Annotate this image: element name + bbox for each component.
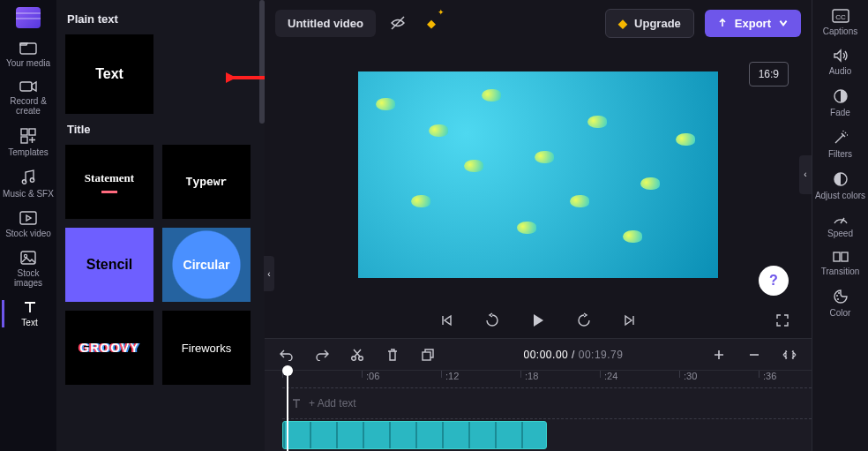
color-icon [833, 289, 849, 304]
svg-rect-20 [842, 252, 848, 261]
svg-point-6 [30, 178, 34, 182]
ruler-tick: :18 [520, 371, 538, 378]
right-audio[interactable]: Audio [815, 49, 866, 76]
video-track [282, 419, 812, 451]
delete-button[interactable] [381, 343, 404, 366]
upgrade-button[interactable]: ◆Upgrade [605, 9, 694, 38]
nav-stock-images[interactable]: Stock images [2, 251, 55, 288]
timeline-tracks[interactable]: + Add text [265, 387, 812, 451]
nav-music-sfx[interactable]: Music & SFX [2, 169, 55, 199]
nav-label: Templates [8, 147, 49, 157]
upgrade-label: Upgrade [634, 17, 681, 30]
ruler-tick: :12 [441, 371, 459, 378]
add-text-label: + Add text [309, 397, 356, 410]
timeline-toolbar: 00:00.00 / 00:19.79 [265, 338, 812, 370]
chevron-down-icon [778, 18, 789, 28]
aspect-ratio-badge[interactable]: 16:9 [749, 62, 789, 86]
section-plain-text: Plain text [67, 12, 256, 26]
right-color[interactable]: Color [815, 289, 866, 318]
thumb-fireworks[interactable]: Fireworks [162, 311, 251, 385]
right-transition[interactable]: Transition [815, 251, 866, 276]
preview-canvas[interactable] [358, 71, 718, 278]
audio-icon [833, 49, 849, 63]
diamond-icon: ◆ [427, 17, 436, 30]
skip-end-button[interactable] [618, 309, 641, 332]
stock-video-icon [19, 211, 37, 225]
fullscreen-button[interactable] [771, 309, 794, 332]
thumb-plain-text[interactable]: Text [65, 34, 153, 114]
premium-icon[interactable]: ◆✦ [420, 11, 443, 34]
rewind-button[interactable] [481, 309, 504, 332]
ruler-tick: :06 [362, 371, 379, 378]
music-icon [21, 169, 35, 185]
nav-your-media[interactable]: Your media [2, 41, 55, 68]
right-adjust-colors[interactable]: Adjust colors [815, 171, 866, 200]
nav-label: Your media [6, 58, 50, 68]
project-title[interactable]: Untitled video [275, 10, 376, 37]
app-logo [16, 7, 41, 28]
svg-line-11 [392, 17, 404, 29]
nav-templates[interactable]: Templates [2, 128, 55, 157]
transport-bar [265, 303, 812, 338]
time-current: 00:00.00 [524, 349, 569, 361]
undo-button[interactable] [275, 343, 298, 366]
svg-rect-14 [423, 352, 430, 360]
transition-icon [833, 251, 849, 263]
svg-rect-1 [20, 82, 32, 91]
text-track-placeholder[interactable]: + Add text [282, 387, 812, 419]
accessibility-icon[interactable] [386, 11, 409, 34]
svg-text:CC: CC [835, 13, 846, 21]
zoom-in-button[interactable] [707, 343, 730, 366]
nav-text[interactable]: Text [2, 300, 55, 327]
nav-label: Record & create [2, 96, 55, 116]
zoom-out-button[interactable] [743, 343, 766, 366]
svg-point-22 [838, 292, 840, 294]
svg-point-5 [22, 180, 26, 184]
svg-rect-8 [21, 252, 35, 264]
right-captions[interactable]: CCCaptions [815, 9, 866, 36]
forward-button[interactable] [572, 309, 595, 332]
thumb-stencil[interactable]: Stencil [65, 228, 153, 302]
thumb-typewriter[interactable]: Typewr [162, 145, 251, 219]
right-nav: CCCaptions Audio Fade Filters Adjust col… [812, 0, 868, 451]
right-panel-toggle[interactable]: ‹ [799, 155, 812, 194]
export-button[interactable]: Export [705, 10, 801, 37]
thumb-circular[interactable]: Circular [162, 228, 251, 302]
svg-rect-19 [834, 252, 840, 261]
sparkle-icon: ✦ [438, 8, 445, 17]
nav-label: Stock images [2, 268, 55, 288]
svg-point-13 [359, 356, 363, 360]
help-button[interactable]: ? [759, 266, 789, 296]
center-area: ‹ Untitled video ◆✦ ◆Upgrade Export 16:9… [265, 0, 812, 451]
text-browser-panel: Plain text Text Title Statement Typewr S… [56, 0, 265, 451]
speed-icon [833, 213, 849, 225]
skip-start-button[interactable] [435, 309, 458, 332]
video-clip[interactable] [282, 421, 547, 449]
right-fade[interactable]: Fade [815, 88, 866, 117]
adjust-colors-icon [833, 171, 849, 187]
timeline-ruler[interactable]: | :06 :12 :18 :24 :30 :36 [265, 370, 812, 387]
play-button[interactable] [527, 309, 550, 332]
svg-point-12 [352, 356, 356, 360]
text-icon [23, 300, 37, 314]
thumb-statement[interactable]: Statement [65, 145, 153, 219]
redo-button[interactable] [311, 343, 333, 366]
svg-point-23 [837, 298, 839, 300]
nav-label: Text [21, 318, 37, 327]
duplicate-button[interactable] [416, 343, 439, 366]
split-button[interactable] [346, 343, 369, 366]
fit-button[interactable] [778, 343, 801, 366]
svg-rect-3 [29, 129, 35, 135]
right-filters[interactable]: Filters [815, 130, 866, 159]
nav-record-create[interactable]: Record & create [2, 80, 55, 116]
nav-stock-video[interactable]: Stock video [2, 211, 55, 238]
svg-rect-7 [20, 212, 36, 224]
thumb-groovy[interactable]: GROOVY [65, 311, 153, 385]
ruler-tick: :24 [600, 371, 617, 378]
stock-image-icon [20, 251, 36, 265]
svg-rect-2 [21, 129, 27, 135]
timeline-time: 00:00.00 / 00:19.79 [524, 349, 624, 361]
captions-icon: CC [832, 9, 849, 23]
right-speed[interactable]: Speed [815, 213, 866, 238]
preview-area: 16:9 ? ‹ [265, 46, 812, 303]
